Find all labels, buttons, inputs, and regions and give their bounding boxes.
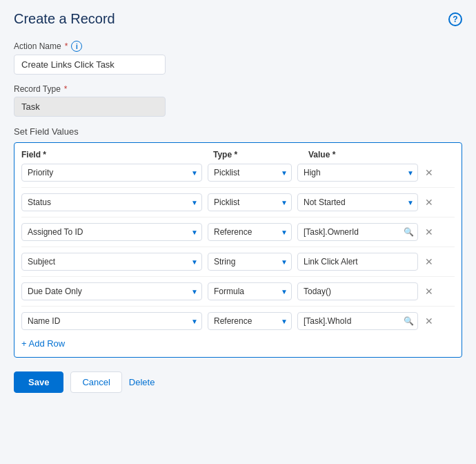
table-header: Field * Type * Value * [21,150,455,164]
type-select-2[interactable]: Reference [208,223,292,241]
type-select-4[interactable]: Formula [208,282,292,300]
page-header: Create a Record ? [14,11,462,27]
remove-row-button-1[interactable]: ✕ [424,197,435,207]
col-header-field: Field * [21,150,208,160]
value-text-input-3[interactable] [297,253,418,271]
type-select-wrapper-4: Formula▼ [208,282,292,300]
field-select-0[interactable]: Priority [21,164,202,182]
row-divider [21,187,455,188]
footer-buttons: Save Cancel Delete [14,371,462,393]
col-header-value: Value * [308,150,433,160]
table-row: Priority▼Picklist▼High▼✕ [21,164,455,182]
field-select-4[interactable]: Due Date Only [21,282,202,300]
value-search-input-5[interactable] [297,312,418,330]
field-select-1[interactable]: Status [21,193,202,211]
record-type-section: Record Type* Task [14,84,462,117]
field-select-wrapper-4: Due Date Only▼ [21,282,202,300]
action-name-section: Action Name* i [14,41,462,75]
type-select-3[interactable]: String [208,253,292,271]
cancel-button[interactable]: Cancel [70,371,121,393]
value-wrapper-5: 🔍 [297,312,418,330]
action-name-input[interactable] [14,55,166,75]
table-row: Name ID▼Reference▼🔍✕ [21,312,455,330]
type-select-wrapper-3: String▼ [208,253,292,271]
add-row-button[interactable]: + Add Row [21,336,65,349]
row-divider [21,276,455,277]
value-wrapper-3 [297,253,418,271]
delete-button[interactable]: Delete [129,377,155,387]
type-select-0[interactable]: Picklist [208,164,292,182]
type-select-wrapper-2: Reference▼ [208,223,292,241]
table-row: Subject▼String▼✕ [21,253,455,271]
save-button[interactable]: Save [14,371,63,393]
set-field-values-label: Set Field Values [14,126,462,137]
field-select-wrapper-0: Priority▼ [21,164,202,182]
record-type-label: Record Type* [14,84,462,94]
field-select-5[interactable]: Name ID [21,312,202,330]
table-row: Status▼Picklist▼Not Started▼✕ [21,193,455,211]
row-divider [21,306,455,307]
table-row: Assigned To ID▼Reference▼🔍✕ [21,223,455,241]
value-select-0[interactable]: High [297,164,418,182]
type-select-5[interactable]: Reference [208,312,292,330]
value-wrapper-2: 🔍 [297,223,418,241]
col-header-type: Type * [213,150,303,160]
value-wrapper-1: Not Started▼ [297,193,418,211]
value-search-input-2[interactable] [297,223,418,241]
table-row: Due Date Only▼Formula▼✕ [21,282,455,300]
record-type-value: Task [14,97,166,117]
remove-row-button-5[interactable]: ✕ [424,316,435,326]
remove-row-button-2[interactable]: ✕ [424,227,435,237]
field-values-table: Field * Type * Value * Priority▼Picklist… [14,142,462,358]
value-wrapper-0: High▼ [297,164,418,182]
remove-row-button-0[interactable]: ✕ [424,168,435,177]
value-select-1[interactable]: Not Started [297,193,418,211]
field-select-wrapper-3: Subject▼ [21,253,202,271]
type-select-wrapper-1: Picklist▼ [208,193,292,211]
remove-row-button-3[interactable]: ✕ [424,257,435,267]
value-text-input-4[interactable] [297,282,418,300]
field-select-wrapper-2: Assigned To ID▼ [21,223,202,241]
type-select-wrapper-0: Picklist▼ [208,164,292,182]
field-select-wrapper-5: Name ID▼ [21,312,202,330]
action-name-info-icon[interactable]: i [71,41,82,52]
type-select-1[interactable]: Picklist [208,193,292,211]
field-select-2[interactable]: Assigned To ID [21,223,202,241]
page-title: Create a Record [14,11,115,27]
action-name-label: Action Name* i [14,41,462,52]
remove-row-button-4[interactable]: ✕ [424,287,435,296]
field-select-3[interactable]: Subject [21,253,202,271]
page-container: Create a Record ? Action Name* i Record … [0,0,476,464]
field-select-wrapper-1: Status▼ [21,193,202,211]
type-select-wrapper-5: Reference▼ [208,312,292,330]
help-icon[interactable]: ? [448,12,462,26]
value-wrapper-4 [297,282,418,300]
row-divider [21,217,455,218]
set-field-values-section: Set Field Values Field * Type * Value * … [14,126,462,358]
row-divider [21,246,455,247]
rows-container: Priority▼Picklist▼High▼✕Status▼Picklist▼… [21,164,455,330]
